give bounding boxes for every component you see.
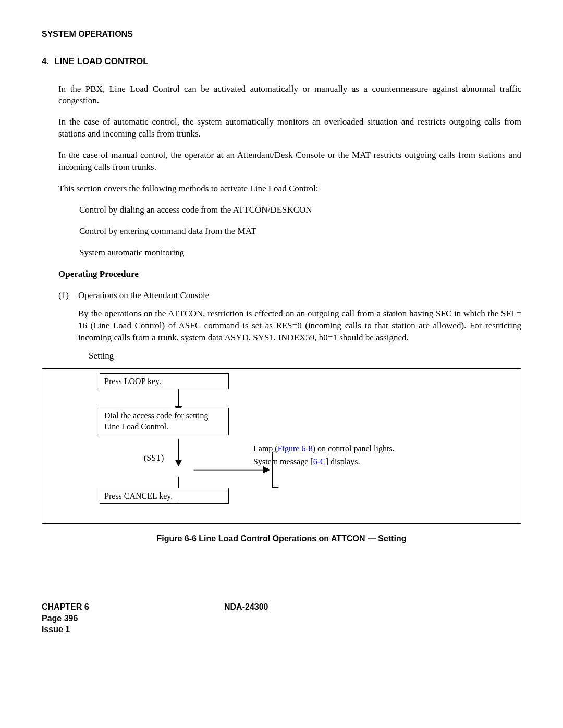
annotation-text: System message [ bbox=[253, 457, 313, 466]
subheading: Operating Procedure bbox=[58, 268, 521, 280]
flow-step: Press CANCEL key. bbox=[100, 488, 229, 504]
setting-label: Setting bbox=[89, 350, 521, 362]
bullet-item: System automatic monitoring bbox=[79, 247, 521, 259]
bullet-item: Control by entering command data from th… bbox=[79, 226, 521, 238]
page-number: Page 396 bbox=[42, 613, 521, 624]
flow-label: (SST) bbox=[144, 452, 164, 464]
flow-diagram: Press LOOP key. Dial the access code for… bbox=[42, 368, 521, 524]
flow-annotation: Lamp (Figure 6-8) on control panel light… bbox=[253, 442, 399, 468]
page-footer: NDA-24300 CHAPTER 6 Page 396 Issue 1 bbox=[42, 601, 521, 635]
paragraph: In the case of automatic control, the sy… bbox=[58, 116, 521, 140]
section-title-text: LINE LOAD CONTROL bbox=[54, 56, 148, 68]
procedure-body: By the operations on the ATTCON, restric… bbox=[78, 308, 521, 344]
procedure-title: Operations on the Attendant Console bbox=[78, 290, 521, 302]
bullet-list: Control by dialing an access code from t… bbox=[79, 204, 521, 259]
annotation-text: ) on control panel lights. bbox=[313, 444, 395, 453]
doc-id: NDA-24300 bbox=[224, 601, 268, 613]
issue-number: Issue 1 bbox=[42, 624, 521, 635]
figure-link[interactable]: Figure 6-8 bbox=[278, 444, 313, 453]
figure-caption: Figure 6-6 Line Load Control Operations … bbox=[42, 533, 521, 545]
annotation-text: Lamp ( bbox=[253, 444, 278, 453]
message-link[interactable]: 6-C bbox=[313, 457, 326, 466]
procedure-number: (1) bbox=[58, 290, 78, 344]
paragraph: In the PBX, Line Load Control can be act… bbox=[58, 83, 521, 107]
annotation-text: ] displays. bbox=[326, 457, 360, 466]
chapter-label: CHAPTER 6 bbox=[42, 601, 521, 613]
section-heading: 4. LINE LOAD CONTROL bbox=[42, 56, 521, 68]
procedure-item: (1) Operations on the Attendant Console … bbox=[58, 290, 521, 344]
paragraph: In the case of manual control, the opera… bbox=[58, 150, 521, 174]
flow-step: Press LOOP key. bbox=[100, 373, 229, 390]
section-number: 4. bbox=[42, 56, 49, 68]
paragraph: This section covers the following method… bbox=[58, 183, 521, 195]
flow-step: Dial the access code for setting Line Lo… bbox=[100, 408, 229, 435]
page-header: SYSTEM OPERATIONS bbox=[42, 29, 521, 40]
bullet-item: Control by dialing an access code from t… bbox=[79, 204, 521, 216]
